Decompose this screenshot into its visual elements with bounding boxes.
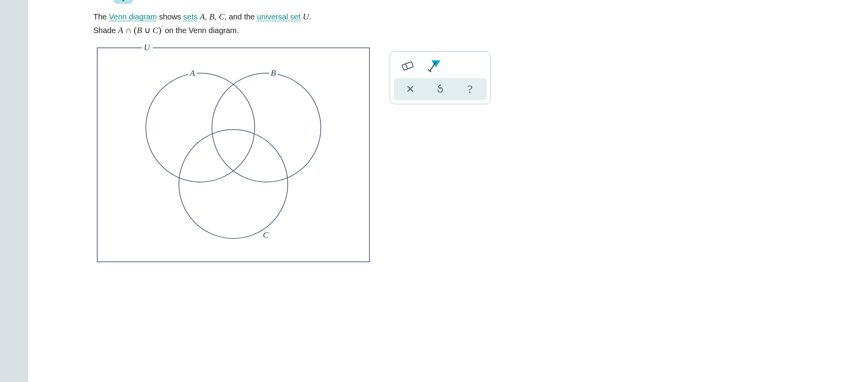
label-c: C (263, 230, 269, 240)
eraser-icon[interactable] (399, 59, 415, 73)
set-a: A (200, 12, 205, 21)
link-universal-set[interactable]: universal set (257, 12, 301, 21)
text: and the (227, 12, 257, 21)
reset-button[interactable] (425, 80, 455, 98)
text: , (205, 12, 209, 21)
circle-c[interactable] (179, 130, 288, 238)
left-sidebar (0, 0, 28, 382)
label-a: A (189, 68, 195, 78)
expr-c: C (152, 25, 158, 35)
label-b: B (271, 68, 276, 78)
set-b: B (209, 12, 214, 21)
lparen: ( (134, 25, 137, 35)
help-icon: ? (467, 82, 472, 96)
svg-line-3 (430, 62, 436, 71)
text: The (93, 12, 109, 21)
expr-a: A (118, 25, 123, 35)
text: . (309, 12, 312, 21)
tool-row-2: ✕ ? (394, 78, 486, 100)
circle-a[interactable] (146, 73, 255, 182)
question-text: The Venn diagram shows sets A, B, C, and… (93, 10, 868, 37)
label-u: U (144, 42, 151, 52)
tool-row-1 (394, 56, 486, 78)
venn-diagram[interactable]: U A B C (93, 40, 373, 266)
svg-rect-0 (402, 62, 413, 70)
rparen: ) (158, 25, 161, 35)
expr-b: B (137, 25, 142, 35)
main-content: The Venn diagram shows sets A, B, C, and… (28, 0, 868, 382)
link-sets[interactable]: sets (183, 12, 198, 21)
toolbox: ✕ ? (390, 51, 491, 104)
venn-svg[interactable]: U A B C (93, 40, 373, 266)
question-line-2: Shade A ∩ (B ∪ C)′ on the Venn diagram. (93, 23, 868, 37)
link-venn-diagram[interactable]: Venn diagram (109, 12, 157, 21)
set-u: U (303, 12, 309, 21)
text: Shade (93, 26, 118, 35)
checkmark-badge (114, 0, 133, 4)
cup-symbol: ∪ (142, 25, 152, 35)
universal-rect[interactable] (97, 48, 369, 262)
clear-button[interactable]: ✕ (396, 80, 425, 98)
question-line-1: The Venn diagram shows sets A, B, C, and… (93, 10, 868, 23)
chevron-down-icon (119, 0, 127, 2)
text: on the Venn diagram. (163, 26, 239, 35)
fill-icon[interactable] (427, 59, 442, 73)
undo-icon (436, 84, 445, 94)
close-icon: ✕ (406, 83, 415, 95)
help-button[interactable]: ? (455, 80, 485, 98)
circle-b[interactable] (212, 73, 321, 182)
text: , (215, 12, 219, 21)
text: shows (157, 12, 183, 21)
cap-symbol: ∩ (123, 25, 134, 35)
svg-line-1 (406, 64, 408, 69)
set-c: C (219, 12, 225, 21)
